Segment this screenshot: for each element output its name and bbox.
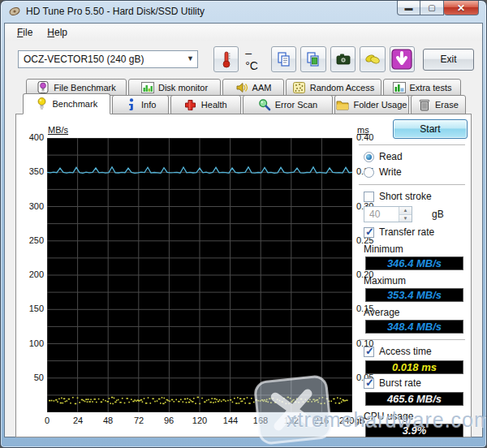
average-value: 348.4 MB/s [365,320,463,334]
toolbar: OCZ-VECTOR150 (240 gB) ▼ – °C [5,41,482,78]
separator [359,184,465,185]
burst-rate-box[interactable] [364,378,374,389]
trash-icon [418,98,431,111]
tab-label: Erase [435,100,459,110]
drive-select-value: OCZ-VECTOR150 (240 gB) [24,54,144,65]
copy-text-icon [276,51,292,67]
results-panel: Start Read Write Short stroke [357,118,467,435]
tab-random-access[interactable]: Random Access [286,79,381,96]
transfer-rate-checkbox[interactable]: Transfer rate [364,226,467,239]
stepper-up-button[interactable]: ▲ [399,207,412,214]
title-bar[interactable]: HD Tune Pro 5.50 - Hard Disk/SSD Utility… [1,1,486,22]
hands-button[interactable] [360,46,385,72]
tab-health[interactable]: Health [170,95,241,114]
menu-file[interactable]: File [10,25,40,40]
left-axis-tick: 50 [17,373,44,382]
transfer-rate-box[interactable] [364,227,374,238]
access-time-checkbox[interactable]: Access time [364,345,467,358]
maximum-label: Maximum [364,275,467,286]
benchmark-chart: MB/s ms 400350300250200150100500.400.350… [16,114,356,438]
tab-label: Folder Usage [353,100,407,110]
chevron-down-icon: ▼ [187,54,194,62]
app-icon [8,5,21,18]
copy-text-button[interactable] [271,46,296,72]
tab-info[interactable]: Info [112,95,169,114]
benchmark-panel: MB/s ms 400350300250200150100500.400.350… [15,114,472,437]
average-label: Average [364,307,467,318]
maximum-value: 353.4 MB/s [365,288,463,302]
tab-label: Disk monitor [158,83,208,93]
cpu-usage-label: CPU usage [364,411,467,422]
capacity-value: 40 [364,207,399,222]
stepper-down-button[interactable]: ▼ [399,214,412,222]
read-radio-circle[interactable] [364,152,374,162]
tab-label: File Benchmark [54,83,115,93]
download-button[interactable] [390,46,415,72]
hands-icon [364,51,381,67]
left-axis-tick: 150 [17,304,44,313]
separator [359,339,465,340]
burst-rate-checkbox[interactable]: Burst rate [364,377,467,390]
info-icon [124,98,137,111]
lamp-purple-icon [37,81,50,94]
access-time-box[interactable] [364,347,374,357]
chart-bars-icon [141,81,154,94]
dots-icon [293,81,306,94]
client-area: File Help OCZ-VECTOR150 (240 gB) ▼ [4,23,483,437]
capacity-unit: gB [432,209,444,220]
folder-icon [336,98,349,111]
window-title: HD Tune Pro 5.50 - Hard Disk/SSD Utility [26,6,205,17]
copy-image-button[interactable] [300,46,325,72]
app-window: HD Tune Pro 5.50 - Hard Disk/SSD Utility… [0,0,487,448]
drive-select[interactable]: OCZ-VECTOR150 (240 gB) ▼ [18,50,198,68]
benchmark-plot [47,138,352,412]
left-axis-unit: MB/s [48,125,68,135]
read-radio[interactable]: Read [364,150,467,163]
tab-extra-tests[interactable]: Extra tests [383,79,461,96]
download-arrow-icon [391,49,412,70]
left-axis-tick: 200 [17,269,44,279]
minimum-value: 346.4 MB/s [365,256,463,270]
left-axis-tick: 350 [17,166,44,176]
exit-button[interactable]: Exit [423,49,474,71]
temperature-button[interactable] [213,46,239,72]
tab-benchmark[interactable]: Benchmark [23,93,110,114]
tab-label: Random Access [310,83,374,93]
left-axis-tick: 300 [17,201,44,211]
copy-image-icon [305,51,321,67]
tab-label: Benchmark [53,99,98,109]
write-radio[interactable]: Write [364,166,467,179]
left-axis-tick: 100 [17,338,44,348]
menu-help[interactable]: Help [40,25,75,40]
start-button[interactable]: Start [393,119,468,139]
menu-bar: File Help [5,24,482,41]
thermometer-icon [219,50,234,68]
tab-label: Info [141,100,156,110]
tab-label: Error Scan [275,100,318,110]
tab-label: AAM [252,83,272,93]
tab-aam[interactable]: AAM [222,79,284,96]
close-button[interactable]: ✕ [444,1,479,15]
lamp-yellow-icon [36,97,49,110]
minimize-button[interactable]: ▬ [397,1,420,15]
tab-strip: File BenchmarkDisk monitorAAMRandom Acce… [5,78,482,114]
chart-green-icon [393,81,406,94]
separator [359,144,465,145]
write-radio-circle[interactable] [364,167,374,178]
screenshot-button[interactable] [330,46,356,72]
capacity-stepper[interactable]: 40 ▲ ▼ [364,206,412,222]
tab-label: Extra tests [410,83,452,93]
maximize-button[interactable]: ▢ [420,1,444,15]
left-axis-tick: 250 [17,235,44,245]
tab-error-scan[interactable]: Error Scan [243,95,333,114]
tab-erase[interactable]: Erase [411,95,466,114]
short-stroke-checkbox[interactable]: Short stroke [364,190,467,203]
tab-folder-usage[interactable]: Folder Usage [334,95,409,114]
health-cross-icon [184,98,197,111]
temperature-value: – °C [245,46,267,72]
short-stroke-box[interactable] [364,192,374,202]
tab-disk-monitor[interactable]: Disk monitor [128,79,221,96]
access-time-value: 0.018 ms [365,360,463,374]
magnifier-icon [258,98,271,111]
left-axis-tick: 400 [17,132,44,142]
